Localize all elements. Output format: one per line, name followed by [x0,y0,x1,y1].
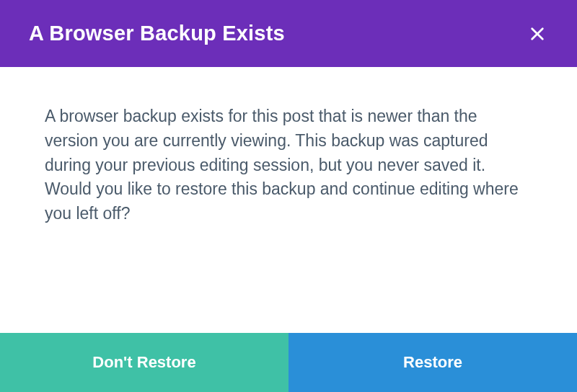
close-icon [529,26,545,42]
dialog-footer: Don't Restore Restore [0,333,577,392]
dialog-message: A browser backup exists for this post th… [45,104,532,226]
dialog-header: A Browser Backup Exists [0,0,577,67]
close-button[interactable] [527,23,548,45]
dialog-body: A browser backup exists for this post th… [0,67,577,333]
dialog-title: A Browser Backup Exists [29,22,285,45]
restore-button[interactable]: Restore [288,333,577,392]
backup-restore-dialog: A Browser Backup Exists A browser backup… [0,0,577,392]
dont-restore-button[interactable]: Don't Restore [0,333,288,392]
